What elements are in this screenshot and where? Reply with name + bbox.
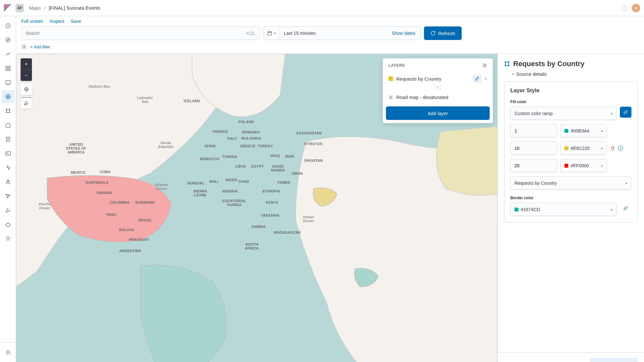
inspect-link[interactable]: Inspect: [50, 19, 64, 24]
nav-maps-icon[interactable]: [2, 90, 14, 103]
settings-title: Requests by Country: [513, 60, 584, 68]
svg-point-18: [9, 195, 10, 196]
save-link[interactable]: Save: [71, 19, 81, 24]
svg-point-13: [9, 112, 10, 113]
nav-dashboard-icon[interactable]: [2, 62, 14, 75]
fit-bounds-button[interactable]: [21, 83, 32, 95]
breadcrumb: Maps / [FINAL] Suricata Events: [29, 5, 100, 11]
stop-value-input[interactable]: [510, 159, 557, 172]
help-icon[interactable]: [621, 5, 627, 11]
svg-point-10: [6, 109, 7, 110]
layer-item[interactable]: Requests by Country ≡: [383, 71, 493, 86]
svg-rect-5: [6, 69, 7, 71]
nav-monitoring-icon[interactable]: [2, 218, 14, 231]
svg-rect-16: [6, 181, 9, 184]
nav-canvas-icon[interactable]: [2, 76, 14, 89]
stop-color-select[interactable]: #FF0000 ▾: [560, 159, 607, 172]
edit-layer-icon[interactable]: [473, 74, 481, 83]
add-stop-icon[interactable]: +: [618, 146, 623, 151]
svg-rect-7: [6, 81, 10, 84]
border-color-label: Border color: [510, 196, 631, 200]
layer-item[interactable]: Road map - desaturated: [383, 91, 493, 103]
layers-panel: LAYERS Requests by Country ≡ ▾ Road map …: [383, 58, 493, 123]
nav-uptime-icon[interactable]: [2, 161, 14, 174]
user-avatar[interactable]: e: [632, 4, 640, 12]
nav-siem-icon[interactable]: [2, 175, 14, 188]
layer-name-label: Requests by Country: [396, 76, 470, 82]
date-range-text[interactable]: Last 15 minutes: [280, 31, 387, 36]
refresh-button[interactable]: Refresh: [424, 26, 462, 40]
svg-point-22: [24, 46, 25, 48]
nav-visualize-icon[interactable]: [2, 48, 14, 61]
stop-value-input[interactable]: [510, 124, 557, 138]
fullscreen-link[interactable]: Full screen: [21, 19, 43, 24]
source-details-toggle[interactable]: ▸ Source details: [513, 71, 638, 77]
svg-point-20: [7, 238, 9, 240]
nav-ml-icon[interactable]: [2, 104, 14, 117]
svg-point-1: [6, 38, 10, 42]
map-canvas[interactable]: ICELAND UNITED STATES OF AMERICA MEXICO …: [16, 54, 497, 362]
side-nav: [0, 16, 16, 362]
field-select[interactable]: Requests by Country ▾: [510, 176, 631, 190]
nav-apm-icon[interactable]: [2, 147, 14, 160]
border-link-button[interactable]: [620, 203, 631, 214]
drag-handle-icon[interactable]: ≡: [485, 76, 487, 81]
grid-icon: [389, 95, 393, 100]
svg-point-9: [7, 96, 9, 98]
nav-collapse-icon[interactable]: [2, 346, 14, 359]
layer-type-icon: [504, 61, 510, 67]
svg-point-24: [24, 87, 28, 91]
svg-rect-21: [268, 32, 272, 35]
save-close-button[interactable]: Save & close: [590, 358, 638, 362]
color-swatch: [564, 129, 568, 133]
nav-graph-icon[interactable]: [2, 190, 14, 202]
color-swatch: [564, 164, 568, 168]
add-layer-button[interactable]: Add layer: [386, 106, 490, 120]
ramp-mode-select[interactable]: Custom color ramp ▾: [510, 107, 617, 120]
kibana-logo[interactable]: [4, 4, 12, 12]
svg-rect-4: [8, 66, 10, 68]
color-swatch: [564, 146, 568, 150]
stop-color-select[interactable]: #E6C220 ▾: [560, 142, 607, 155]
kql-label[interactable]: KQL: [246, 31, 255, 36]
zoom-in-button[interactable]: +: [21, 58, 32, 70]
fill-color-label: Fill color: [510, 100, 631, 104]
zoom-out-button[interactable]: −: [21, 70, 32, 81]
layer-name-label: Road map - desaturated: [396, 94, 487, 100]
nav-devtools-icon[interactable]: [2, 204, 14, 217]
breadcrumb-title: [FINAL] Suricata Events: [49, 5, 100, 11]
layer-expand-toggle[interactable]: ▾: [435, 85, 441, 89]
stop-value-input[interactable]: [510, 142, 557, 155]
stop-color-select[interactable]: #00B3A4 ▾: [560, 124, 607, 138]
svg-point-8: [6, 94, 10, 99]
nav-recent-icon[interactable]: [2, 19, 14, 32]
nav-management-icon[interactable]: [2, 232, 14, 245]
space-badge[interactable]: AF: [15, 4, 24, 12]
search-input[interactable]: [25, 31, 246, 36]
style-section-title: Layer Style: [510, 87, 631, 94]
svg-point-25: [26, 89, 27, 90]
filter-settings-icon[interactable]: [21, 44, 27, 50]
search-box[interactable]: KQL: [21, 26, 260, 40]
svg-point-12: [6, 112, 7, 113]
tools-button[interactable]: [21, 97, 32, 109]
svg-rect-6: [8, 69, 10, 71]
show-dates-link[interactable]: Show dates: [387, 31, 420, 36]
collapse-layers-icon[interactable]: [482, 63, 487, 68]
nav-discover-icon[interactable]: [2, 34, 14, 46]
nav-logs-icon[interactable]: [2, 133, 14, 146]
dynamic-link-button[interactable]: [620, 107, 631, 118]
svg-rect-3: [6, 66, 7, 68]
delete-stop-icon[interactable]: [610, 146, 615, 151]
breadcrumb-app[interactable]: Maps: [29, 5, 41, 11]
svg-marker-2: [7, 39, 9, 41]
date-quick-select[interactable]: ▾: [263, 27, 280, 40]
add-filter-link[interactable]: + Add filter: [30, 44, 50, 49]
layer-swatch-icon: [389, 76, 393, 81]
color-swatch: [514, 208, 518, 211]
svg-point-11: [9, 109, 10, 110]
layers-title: LAYERS: [389, 63, 405, 68]
nav-infra-icon[interactable]: [2, 119, 14, 132]
layer-settings-panel: Requests by Country ▸ Source details Lay…: [497, 54, 644, 362]
border-color-select[interactable]: #1674CD ▾: [510, 203, 617, 216]
